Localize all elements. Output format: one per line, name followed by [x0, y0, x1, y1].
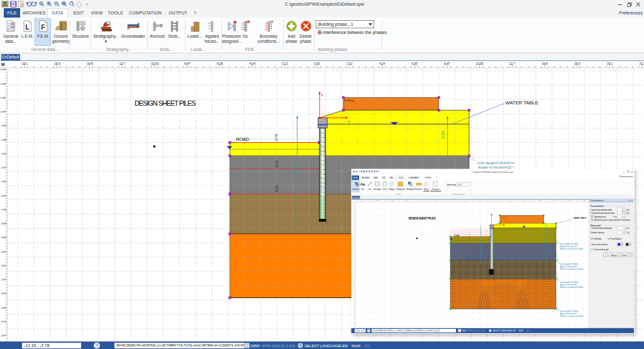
- svg-text:DESIGN SHEET PILES: DESIGN SHEET PILES: [409, 217, 436, 220]
- svg-text:?: ?: [96, 343, 98, 348]
- svg-text:C:\geostru\SPW\Examples\EsDefa: C:\geostru\SPW\Examples\EsDefault.spw: [472, 171, 514, 174]
- svg-text:1.5: 1.5: [622, 216, 625, 218]
- svg-text:Foreground: Foreground: [396, 188, 404, 191]
- svg-text:Close: Close: [621, 254, 627, 257]
- svg-text:5: 5: [623, 227, 625, 230]
- svg-text:Preferences: Preferences: [619, 175, 633, 178]
- svg-text:Color: mesh, flowlines: Color: mesh, flowlines: [591, 243, 608, 246]
- svg-text:TOOLS: TOOLS: [398, 177, 404, 179]
- svg-text:Thickness impermeable layer: Thickness impermeable layer: [591, 227, 613, 230]
- svg-text:0.05: 0.05: [458, 184, 462, 186]
- svg-text:drawings: drawings: [423, 190, 430, 192]
- svg-text:Flowlines spacing: Flowlines spacing: [591, 231, 604, 234]
- svg-text:Upstream groundwater depth: Upstream groundwater depth: [591, 209, 613, 211]
- svg-text:?: ?: [631, 254, 632, 257]
- svg-text:GRID: GRID: [462, 330, 467, 332]
- svg-text:ROAD: ROAD: [454, 235, 460, 237]
- svg-text:2.5: 2.5: [622, 212, 625, 214]
- svg-text:1.4: 1.4: [622, 231, 625, 234]
- svg-text:Tools: Tools: [396, 193, 401, 196]
- svg-text:ARCHIVES: ARCHIVES: [362, 177, 370, 179]
- svg-text:Circle: Circle: [382, 188, 387, 191]
- svg-text:SELECT LANGUAGE-EN: SELECT LANGUAGE-EN: [493, 330, 516, 332]
- svg-text:COMPUTATION: COMPUTATION: [409, 177, 420, 179]
- svg-text:EDIT: EDIT: [382, 177, 386, 179]
- svg-text:✕: ✕: [631, 170, 633, 174]
- svg-text:OUTPUT: OUTPUT: [425, 177, 431, 179]
- svg-text:Distance: Distance: [416, 188, 423, 191]
- svg-text:Polygon: Polygon: [389, 188, 395, 191]
- svg-text:❐: ❐: [627, 170, 630, 174]
- svg-text:?: ?: [368, 330, 369, 332]
- svg-text:[m]: [m]: [626, 212, 630, 214]
- svg-text:Text: Text: [361, 188, 365, 191]
- svg-text:Groundwater: Groundwater: [591, 205, 604, 208]
- svg-text:W=14.09284 H=0.57812 L=-7.0464: W=14.09284 H=0.57812 L=-7.04642 T=0.2890…: [373, 330, 440, 332]
- svg-text:VIEW: VIEW: [390, 177, 394, 179]
- svg-text:[m]: [m]: [626, 209, 630, 211]
- svg-text:Line: Line: [368, 188, 372, 191]
- svg-text:-14.4 , 0.01: -14.4 , 0.01: [355, 330, 365, 332]
- svg-text:FILE: FILE: [353, 177, 358, 179]
- svg-text:BS: BS: [527, 330, 530, 332]
- svg-text:Downstream groundwater depth: Downstream groundwater depth: [591, 212, 615, 214]
- svg-text:Rectangle: Rectangle: [374, 188, 381, 191]
- svg-text:DATA: DATA: [374, 177, 379, 179]
- svg-text:Background: Background: [407, 188, 416, 191]
- svg-text:Effective cohesion=0 kN/m²: Effective cohesion=0 kN/m²: [560, 248, 584, 250]
- svg-text:Selection grip: Selection grip: [447, 184, 456, 186]
- svg-text:EsDefault: EsDefault: [352, 197, 360, 199]
- svg-text:Generate flow grid: Generate flow grid: [594, 248, 609, 251]
- svg-text:Effective cohesion=0 kN/m²: Effective cohesion=0 kN/m²: [560, 268, 584, 270]
- svg-text:0.5: 0.5: [622, 209, 625, 211]
- svg-text:SPW 2016.31.3.611: SPW 2016.31.3.611: [468, 330, 486, 332]
- svg-text:drawings layout: drawings layout: [431, 190, 441, 192]
- svg-text:Selection grip: Selection grip: [453, 193, 465, 196]
- svg-text:[m]: [m]: [626, 227, 630, 230]
- svg-text:▼ ✕: ▼ ✕: [629, 199, 633, 202]
- svg-text:Effective cohesion=0 kN/m²: Effective cohesion=0 kN/m²: [560, 286, 584, 289]
- svg-text:Selection: Selection: [352, 188, 359, 191]
- svg-text:NUM: NUM: [519, 330, 524, 332]
- svg-text:New Flowlines: New Flowlines: [611, 238, 622, 240]
- svg-text:Fs=: Fs=: [614, 216, 618, 218]
- svg-text:Groundwater: Groundwater: [591, 199, 604, 202]
- svg-text:Apply: Apply: [611, 254, 617, 257]
- svg-text:Aa: Aa: [360, 182, 365, 186]
- svg-text:Activate presence of groundwat: Activate presence of groundwater in the …: [594, 219, 631, 221]
- svg-text:Flow grid: Flow grid: [591, 224, 601, 227]
- svg-text:ƒ: ƒ: [605, 254, 606, 257]
- svg-text:?: ?: [436, 177, 437, 179]
- svg-text:Effective cohesion=0 kN/m²: Effective cohesion=0 kN/m²: [560, 315, 584, 318]
- svg-text:New Mesh: New Mesh: [594, 238, 602, 240]
- svg-text:WATER TABLE: WATER TABLE: [574, 217, 587, 219]
- svg-text:Siphoning check: Siphoning check: [594, 216, 606, 218]
- svg-text:Building: Building: [501, 216, 507, 218]
